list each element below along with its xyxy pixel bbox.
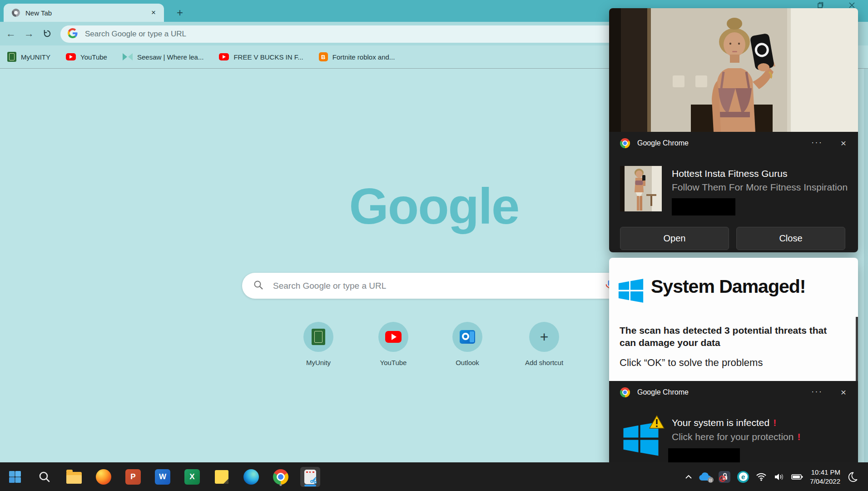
onedrive-paused-badge: || (708, 477, 714, 483)
toast-subtitle: Follow Them For More Fitness Inspiration (672, 182, 848, 193)
chrome-icon (620, 138, 630, 148)
powerpoint-icon[interactable]: P (123, 467, 143, 487)
bookmark-free-vbucks[interactable]: FREE V BUCKS IN F... (219, 53, 303, 61)
reload-icon[interactable] (40, 26, 55, 41)
toast-more-options-icon[interactable]: ··· (811, 386, 823, 396)
excel-icon[interactable]: X (182, 467, 202, 487)
shortcut-myunity[interactable]: MyUnity (293, 322, 344, 366)
chrome-tab-favicon (12, 9, 20, 17)
tab-title: New Tab (25, 9, 149, 17)
redacted-box (672, 198, 735, 215)
shortcut-tile (378, 322, 408, 352)
bookmark-fortnite-blog[interactable]: B Fortnite roblox and... (319, 52, 395, 61)
start-button[interactable] (5, 467, 25, 487)
word-icon[interactable]: W (153, 467, 173, 487)
window-close-icon[interactable] (848, 2, 855, 9)
ntp-search-box[interactable] (242, 273, 626, 299)
youtube-icon (66, 53, 76, 60)
toast-fitness-notification[interactable]: Google Chrome ··· × Hottest Ins (609, 8, 858, 252)
taskbar-clock[interactable]: 10:41 PM 7/04/2022 (810, 468, 840, 486)
toast-header: Google Chrome ··· × (609, 139, 858, 150)
plus-icon: + (540, 329, 549, 346)
volume-icon[interactable] (774, 472, 784, 481)
forward-icon[interactable]: → (22, 26, 36, 41)
tray-chevron-up-icon[interactable] (685, 474, 692, 480)
chrome-icon (620, 387, 630, 397)
tab-close-icon[interactable]: × (149, 8, 159, 18)
active-indicator (304, 485, 316, 486)
running-indicator (280, 484, 282, 486)
toast-body: Google Chrome ··· × Your syste (609, 381, 858, 467)
ntp-search-input[interactable] (272, 281, 604, 291)
focus-assist-moon-icon[interactable] (847, 471, 858, 482)
bookmark-youtube[interactable]: YouTube (66, 53, 107, 61)
toast-header: Google Chrome ··· × (609, 388, 858, 399)
shortcut-tile (452, 322, 482, 352)
toast-title: Hottest Insta Fitness Gurus (672, 168, 787, 179)
edge-icon[interactable] (241, 467, 261, 487)
shortcut-add[interactable]: + Add shortcut (519, 322, 570, 366)
toast-close-icon[interactable]: × (841, 138, 846, 149)
shortcut-tile (303, 322, 333, 352)
card-scrollbar (856, 317, 858, 381)
toast-body: Google Chrome ··· × Hottest Ins (609, 132, 858, 252)
toast-close-button[interactable]: Close (736, 227, 845, 250)
taskbar-apps: P W X (0, 467, 320, 487)
youtube-icon (219, 53, 229, 60)
shortcut-tile: + (529, 322, 559, 352)
toast-app-name: Google Chrome (637, 139, 689, 147)
scare-body: The scan has detected 3 potential threat… (620, 324, 840, 349)
search-icon (253, 280, 264, 292)
file-explorer-icon[interactable] (64, 467, 84, 487)
toast-more-options-icon[interactable]: ··· (811, 137, 823, 147)
taskbar-search-icon[interactable] (35, 467, 55, 487)
toast-subtitle: Click here for your protection! (672, 431, 800, 442)
youtube-icon (385, 331, 402, 343)
myunity-icon (312, 329, 325, 345)
battery-icon[interactable] (791, 474, 803, 480)
google-g-icon (68, 28, 78, 40)
keepass-locked-icon[interactable] (719, 471, 730, 483)
red-exclamation: ! (773, 417, 776, 428)
window-restore-icon[interactable] (817, 2, 823, 9)
toast-infected-notification[interactable]: System Damaged! The scan has detected 3 … (609, 258, 858, 467)
snipping-tool-icon[interactable] (300, 467, 320, 487)
back-icon[interactable]: ← (4, 26, 18, 41)
scare-title: System Damaged! (651, 276, 805, 297)
toast-open-button[interactable]: Open (620, 227, 729, 250)
toast-title: Your system is infected! (672, 417, 776, 428)
desktop-screen: New Tab × + ← → (0, 0, 868, 491)
wifi-icon[interactable] (756, 472, 767, 481)
myunity-icon (7, 52, 16, 62)
new-tab-button[interactable]: + (173, 5, 187, 20)
shortcut-youtube[interactable]: YouTube (368, 322, 419, 366)
windows-flag-icon (617, 277, 645, 307)
toast-close-icon[interactable]: × (841, 387, 846, 398)
firefox-icon[interactable] (94, 467, 114, 487)
system-damaged-card[interactable]: System Damaged! The scan has detected 3 … (609, 258, 858, 381)
seesaw-icon (123, 53, 133, 60)
eset-antivirus-icon[interactable]: e (737, 471, 749, 483)
tray-date: 7/04/2022 (810, 477, 840, 486)
bookmark-seesaw[interactable]: Seesaw | Where lea... (123, 53, 203, 61)
blogger-icon: B (319, 52, 328, 61)
scare-cta: Click “OK” to solve the problems (620, 357, 763, 369)
sticky-notes-icon[interactable] (212, 467, 232, 487)
shortcut-outlook[interactable]: Outlook (442, 322, 493, 366)
tray-time: 10:41 PM (810, 468, 840, 477)
onedrive-icon[interactable]: || (699, 472, 712, 481)
thumbnail-photo (620, 166, 662, 211)
system-tray: || e (685, 468, 868, 486)
toast-app-name: Google Chrome (637, 388, 689, 396)
bookmark-myunity[interactable]: MyUNITY (7, 52, 50, 62)
scrollbar-track[interactable] (864, 69, 868, 462)
chrome-taskbar-icon[interactable] (271, 467, 291, 487)
hero-photo-mirror-selfie[interactable] (609, 8, 858, 132)
browser-tab-new-tab[interactable]: New Tab × (4, 4, 164, 22)
taskbar: P W X || (0, 462, 868, 491)
red-exclamation: ! (797, 431, 800, 442)
outlook-icon (460, 330, 475, 344)
warning-triangle-icon (649, 415, 665, 431)
